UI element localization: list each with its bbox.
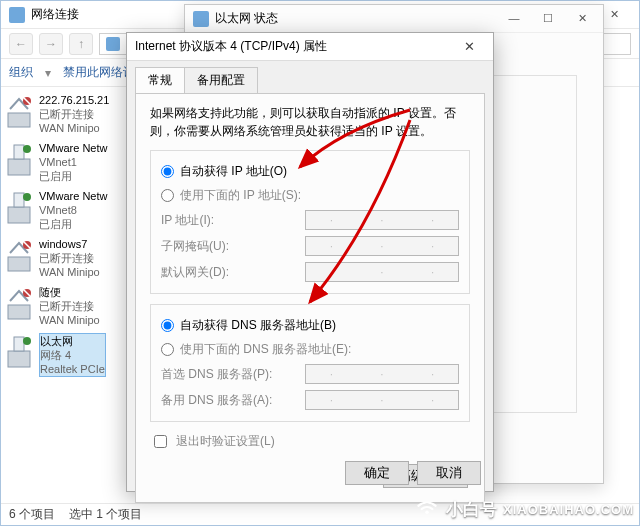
cancel-button[interactable]: 取消 <box>417 461 481 485</box>
connection-name: 以太网 <box>40 334 105 348</box>
dialog-description: 如果网络支持此功能，则可以获取自动指派的 IP 设置。否则，你需要从网络系统管理… <box>150 104 470 140</box>
up-button[interactable]: ↑ <box>69 33 93 55</box>
connection-device: 已启用 <box>39 169 107 183</box>
tab-general[interactable]: 常规 <box>135 67 185 93</box>
validate-checkbox[interactable] <box>154 435 167 448</box>
connection-item[interactable]: 以太网 网络 4 Realtek PCIe <box>5 333 129 377</box>
dns-pref-label: 首选 DNS 服务器(P): <box>161 366 299 383</box>
svg-rect-16 <box>14 337 24 351</box>
connection-status: 已断开连接 <box>39 107 109 121</box>
connection-icon <box>5 237 33 281</box>
connections-list: 222.76.215.21 已断开连接 WAN Minipo VMware Ne… <box>1 87 133 503</box>
connection-icon <box>5 333 33 377</box>
connection-device: Realtek PCIe <box>40 362 105 376</box>
ip-auto-label: 自动获得 IP 地址(O) <box>180 163 287 180</box>
tab-alt[interactable]: 备用配置 <box>184 67 258 93</box>
dns-group: 自动获得 DNS 服务器地址(B) 使用下面的 DNS 服务器地址(E): 首选… <box>150 304 470 422</box>
connection-name: 随便 <box>39 285 100 299</box>
dialog-title: Internet 协议版本 4 (TCP/IPv4) 属性 <box>135 38 327 55</box>
dns-auto-radio[interactable] <box>161 319 174 332</box>
connection-item[interactable]: windows7 已断开连接 WAN Minipo <box>5 237 129 281</box>
ip-mask-input[interactable]: ··· <box>305 236 459 256</box>
ip-gw-label: 默认网关(D): <box>161 264 299 281</box>
ip-manual-radio[interactable] <box>161 189 174 202</box>
disable-menu[interactable]: 禁用此网络设 <box>63 64 135 81</box>
svg-rect-12 <box>8 305 30 319</box>
connection-icon <box>5 285 33 329</box>
svg-rect-0 <box>8 113 30 127</box>
connection-icon <box>5 141 33 185</box>
svg-rect-3 <box>8 159 30 175</box>
ip-group: 自动获得 IP 地址(O) 使用下面的 IP 地址(S): IP 地址(I):·… <box>150 150 470 294</box>
dns-alt-input[interactable]: ··· <box>305 390 459 410</box>
dns-pref-input[interactable]: ··· <box>305 364 459 384</box>
svg-rect-9 <box>8 257 30 271</box>
connection-device: WAN Minipo <box>39 313 100 327</box>
connection-name: windows7 <box>39 237 100 251</box>
connection-device: 已启用 <box>39 217 107 231</box>
connection-item[interactable]: 随便 已断开连接 WAN Minipo <box>5 285 129 329</box>
ip-gw-input[interactable]: ··· <box>305 262 459 282</box>
ip-mask-label: 子网掩码(U): <box>161 238 299 255</box>
svg-point-17 <box>23 337 31 345</box>
mid-min-button[interactable]: — <box>497 7 531 29</box>
dns-manual-radio[interactable] <box>161 343 174 356</box>
connection-item[interactable]: VMware Netw VMnet8 已启用 <box>5 189 129 233</box>
svg-point-5 <box>23 145 31 153</box>
validate-label: 退出时验证设置(L) <box>176 433 275 450</box>
connection-icon <box>5 93 33 137</box>
dns-alt-label: 备用 DNS 服务器(A): <box>161 392 299 409</box>
mid-title: 以太网 状态 <box>215 10 278 27</box>
svg-point-18 <box>425 511 428 514</box>
wifi-icon <box>414 495 440 524</box>
connection-item[interactable]: 222.76.215.21 已断开连接 WAN Minipo <box>5 93 129 137</box>
svg-point-8 <box>23 193 31 201</box>
selected-count: 选中 1 个项目 <box>69 506 142 523</box>
ip-manual-label: 使用下面的 IP 地址(S): <box>180 187 301 204</box>
connection-icon <box>5 189 33 233</box>
ip-auto-radio[interactable] <box>161 165 174 178</box>
item-count: 6 个项目 <box>9 506 55 523</box>
connection-name: VMware Netw <box>39 189 107 203</box>
connection-status: VMnet1 <box>39 155 107 169</box>
dialog-titlebar[interactable]: Internet 协议版本 4 (TCP/IPv4) 属性 ✕ <box>127 33 493 61</box>
svg-rect-6 <box>8 207 30 223</box>
ok-button[interactable]: 确定 <box>345 461 409 485</box>
dialog-close-button[interactable]: ✕ <box>451 36 487 56</box>
connection-name: VMware Netw <box>39 141 107 155</box>
svg-rect-15 <box>8 351 30 367</box>
branding: 小白号 XIAOBAIHAO.COM <box>414 495 634 524</box>
ethernet-icon <box>193 11 209 27</box>
connection-name: 222.76.215.21 <box>39 93 109 107</box>
back-button[interactable]: ← <box>9 33 33 55</box>
connection-device: WAN Minipo <box>39 121 109 135</box>
org-menu[interactable]: 组织 <box>9 64 33 81</box>
connection-status: 已断开连接 <box>39 251 100 265</box>
mid-close-button[interactable]: ✕ <box>565 7 599 29</box>
dns-auto-label: 自动获得 DNS 服务器地址(B) <box>180 317 336 334</box>
mid-max-button[interactable]: ☐ <box>531 7 565 29</box>
connection-status: 已断开连接 <box>39 299 100 313</box>
svg-rect-4 <box>14 145 24 159</box>
connection-device: WAN Minipo <box>39 265 100 279</box>
connection-status: VMnet8 <box>39 203 107 217</box>
ipv4-properties-dialog: Internet 协议版本 4 (TCP/IPv4) 属性 ✕ 常规 备用配置 … <box>126 32 494 492</box>
brand-text: 小白号 <box>446 498 497 521</box>
network-icon <box>9 7 25 23</box>
breadcrumb-icon <box>106 37 120 51</box>
dns-manual-label: 使用下面的 DNS 服务器地址(E): <box>180 341 351 358</box>
brand-url: XIAOBAIHAO.COM <box>503 502 634 517</box>
ip-addr-input[interactable]: ··· <box>305 210 459 230</box>
ip-addr-label: IP 地址(I): <box>161 212 299 229</box>
tab-body: 如果网络支持此功能，则可以获取自动指派的 IP 设置。否则，你需要从网络系统管理… <box>135 93 485 503</box>
svg-rect-7 <box>14 193 24 207</box>
connection-item[interactable]: VMware Netw VMnet1 已启用 <box>5 141 129 185</box>
forward-button[interactable]: → <box>39 33 63 55</box>
connection-status: 网络 4 <box>40 348 105 362</box>
